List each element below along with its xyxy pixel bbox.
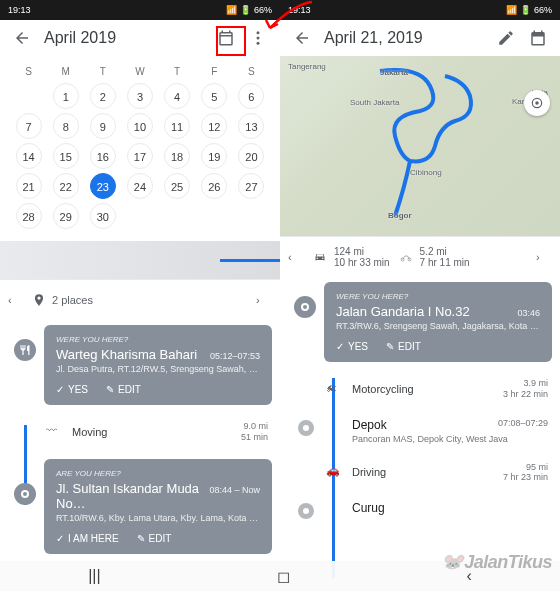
weekday-label: T [86,62,119,81]
svg-point-3 [535,101,539,105]
calendar-day[interactable]: 6 [238,83,264,109]
driving-segment[interactable]: 🚗 Driving 95 mi7 hr 23 min [280,452,560,494]
calendar-day[interactable]: 2 [90,83,116,109]
calendar-day[interactable]: 18 [164,143,190,169]
calendar-day[interactable]: 23 [90,173,116,199]
home-button[interactable]: ◻ [277,567,290,586]
status-bar: 19:13 📶🔋66% [280,0,560,20]
calendar-day[interactable]: 4 [164,83,190,109]
card-tag: WERE YOU HERE? [336,292,540,301]
map-label: Tangerang [288,62,326,71]
svg-point-1 [257,37,260,40]
calendar-day[interactable]: 10 [127,113,153,139]
calendar-day[interactable]: 24 [127,173,153,199]
yes-button[interactable]: ✓ YES [56,384,88,395]
next-day-icon[interactable]: › [536,251,552,263]
stop-dot-icon [298,420,314,436]
trip-summary: ‹ 124 mi10 hr 33 min 5.2 mi7 hr 11 min › [280,236,560,276]
place-address: RT.3/RW.6, Srengseng Sawah, Jagakarsa, K… [336,321,540,331]
calendar-day[interactable]: 7 [16,113,42,139]
stop-item[interactable]: Curug [280,493,560,523]
segment-label: Driving [352,466,386,478]
calendar-day[interactable]: 14 [16,143,42,169]
calendar-day [127,203,153,229]
place-name: Jl. Sultan Iskandar Muda No… [56,481,203,511]
svg-point-0 [257,31,260,34]
weekday-label: F [198,62,231,81]
calendar-day[interactable]: 12 [201,113,227,139]
places-count: 2 places [52,294,93,306]
stop-dot-icon [298,503,314,519]
status-battery: 66% [534,5,552,15]
segment-label: Moving [72,426,107,438]
calendar-day[interactable]: 11 [164,113,190,139]
back-icon[interactable] [12,28,32,48]
map-label: Bogor [388,211,412,220]
restaurant-stop-icon [14,339,36,361]
stop-name: Curug [352,501,385,515]
weekday-label: S [12,62,45,81]
calendar-day[interactable]: 9 [90,113,116,139]
recent-apps-button[interactable]: ||| [88,567,100,585]
moving-segment[interactable]: 〰 Moving 9.0 mi51 min [0,411,280,453]
my-location-button[interactable] [524,90,550,116]
yes-button[interactable]: ✓ YES [336,341,368,352]
calendar-day[interactable]: 20 [238,143,264,169]
place-address: RT.10/RW.6, Kby. Lama Utara, Kby. Lama, … [56,513,260,523]
place-name: Jalan Gandaria I No.32 [336,304,470,319]
edit-button[interactable]: ✎ EDIT [106,384,141,395]
calendar-day[interactable]: 8 [53,113,79,139]
calendar-day[interactable]: 16 [90,143,116,169]
card-tag: ARE YOU HERE? [56,469,260,478]
place-card[interactable]: WERE YOU HERE? Warteg Kharisma Bahari05:… [44,325,272,405]
place-time: 08:44 – Now [209,485,260,495]
watermark: 🐭JalanTikus [441,551,552,573]
timeline: WERE YOU HERE? Warteg Kharisma Bahari05:… [0,325,280,554]
calendar-day[interactable]: 27 [238,173,264,199]
stop-icon [294,296,316,318]
stop-name: Depok [352,418,387,432]
weekday-label: W [123,62,156,81]
stop-item[interactable]: Depok07:08–07:29 Pancoran MAS, Depok Cit… [280,410,560,452]
motorcycle-segment[interactable]: 🏍 Motorcycling 3.9 mi3 hr 22 min [280,368,560,410]
calendar-day[interactable]: 3 [127,83,153,109]
svg-point-2 [257,42,260,45]
stop-time: 07:08–07:29 [498,418,548,432]
motorcycle-icon: 🏍 [326,381,342,397]
calendar-day[interactable]: 29 [53,203,79,229]
calendar-day [164,203,190,229]
map-label: South Jakarta [350,98,399,107]
calendar-day[interactable]: 28 [16,203,42,229]
edit-button[interactable]: ✎ EDIT [137,533,172,544]
segment-label: Motorcycling [352,383,414,395]
edit-button[interactable]: ✎ EDIT [386,341,421,352]
place-address: Jl. Desa Putra, RT.12/RW.5, Srengseng Sa… [56,364,260,374]
current-place-card[interactable]: ARE YOU HERE? Jl. Sultan Iskandar Muda N… [44,459,272,554]
calendar-icon[interactable] [528,28,548,48]
calendar-day[interactable]: 26 [201,173,227,199]
calendar-day[interactable]: 19 [201,143,227,169]
calendar-day[interactable]: 15 [53,143,79,169]
prev-day-icon[interactable]: ‹ [8,294,24,306]
calendar-day[interactable]: 22 [53,173,79,199]
map-view[interactable]: Tangerang Jakarta South Jakarta Cibinong… [280,56,560,236]
place-icon [32,293,46,307]
map-strip[interactable] [0,241,280,279]
next-day-icon[interactable]: › [256,294,272,306]
place-card[interactable]: WERE YOU HERE? Jalan Gandaria I No.3203:… [324,282,552,362]
car-icon [312,251,328,263]
edit-icon[interactable] [496,28,516,48]
calendar-day[interactable]: 13 [238,113,264,139]
calendar-day[interactable]: 17 [127,143,153,169]
calendar-day[interactable]: 30 [90,203,116,229]
calendar-day [238,203,264,229]
i-am-here-button[interactable]: ✓ I AM HERE [56,533,119,544]
weekday-label: M [49,62,82,81]
calendar-day[interactable]: 21 [16,173,42,199]
card-tag: WERE YOU HERE? [56,335,260,344]
prev-day-icon[interactable]: ‹ [288,251,304,263]
calendar-day[interactable]: 25 [164,173,190,199]
map-label: Jakarta [380,68,408,77]
calendar-day[interactable]: 5 [201,83,227,109]
calendar-day[interactable]: 1 [53,83,79,109]
